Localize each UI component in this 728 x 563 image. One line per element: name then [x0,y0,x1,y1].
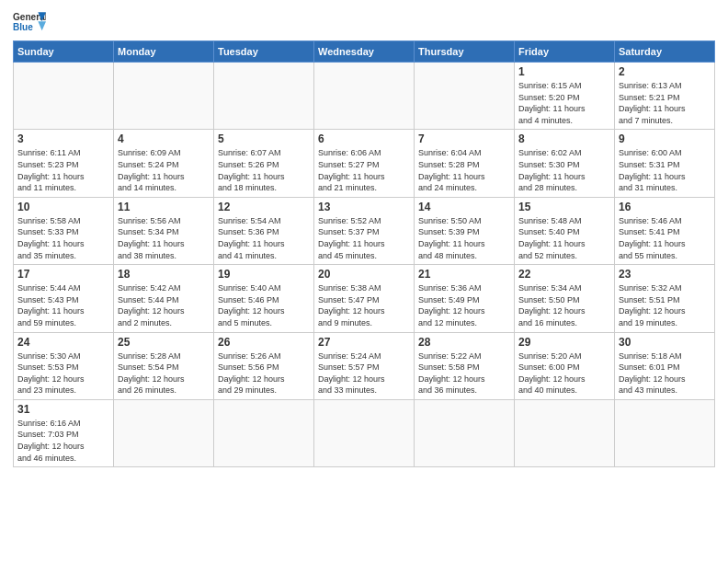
day-info: Sunrise: 5:42 AM Sunset: 5:44 PM Dayligh… [118,282,210,328]
calendar-day-cell: 31Sunrise: 6:16 AM Sunset: 7:03 PM Dayli… [14,399,114,466]
day-of-week-header: Friday [515,41,615,63]
day-info: Sunrise: 5:36 AM Sunset: 5:49 PM Dayligh… [418,282,510,328]
day-info: Sunrise: 5:26 AM Sunset: 5:56 PM Dayligh… [218,350,310,396]
svg-text:Blue: Blue [13,22,33,32]
calendar-day-cell: 29Sunrise: 5:20 AM Sunset: 6:00 PM Dayli… [515,332,615,399]
calendar-day-cell: 5Sunrise: 6:07 AM Sunset: 5:26 PM Daylig… [214,130,314,197]
day-number: 11 [118,201,210,213]
day-number: 18 [118,268,210,281]
day-info: Sunrise: 5:54 AM Sunset: 5:36 PM Dayligh… [218,215,310,261]
day-of-week-header: Sunday [14,41,114,63]
day-info: Sunrise: 5:28 AM Sunset: 5:54 PM Dayligh… [118,350,210,396]
day-number: 31 [17,403,109,416]
day-number: 6 [318,132,410,145]
day-info: Sunrise: 5:50 AM Sunset: 5:39 PM Dayligh… [418,215,510,261]
day-info: Sunrise: 5:40 AM Sunset: 5:46 PM Dayligh… [218,282,310,328]
day-number: 8 [518,132,610,145]
day-info: Sunrise: 6:16 AM Sunset: 7:03 PM Dayligh… [17,418,109,464]
day-number: 22 [518,268,610,281]
calendar-day-cell: 13Sunrise: 5:52 AM Sunset: 5:37 PM Dayli… [314,197,415,264]
logo: General Blue [13,9,46,35]
calendar-day-cell: 18Sunrise: 5:42 AM Sunset: 5:44 PM Dayli… [114,265,214,332]
calendar-day-cell: 7Sunrise: 6:04 AM Sunset: 5:28 PM Daylig… [415,130,515,197]
calendar-week-row: 31Sunrise: 6:16 AM Sunset: 7:03 PM Dayli… [14,399,715,466]
day-info: Sunrise: 5:34 AM Sunset: 5:50 PM Dayligh… [518,282,610,328]
day-info: Sunrise: 5:44 AM Sunset: 5:43 PM Dayligh… [17,282,109,328]
day-info: Sunrise: 5:52 AM Sunset: 5:37 PM Dayligh… [318,215,410,261]
day-number: 25 [118,336,210,349]
calendar-day-cell [314,399,415,466]
day-info: Sunrise: 5:38 AM Sunset: 5:47 PM Dayligh… [318,282,410,328]
day-info: Sunrise: 6:11 AM Sunset: 5:23 PM Dayligh… [17,147,109,193]
calendar-day-cell: 4Sunrise: 6:09 AM Sunset: 5:24 PM Daylig… [114,130,214,197]
day-of-week-header: Saturday [615,41,715,63]
calendar-day-cell: 23Sunrise: 5:32 AM Sunset: 5:51 PM Dayli… [615,265,715,332]
day-number: 13 [318,201,410,213]
day-number: 27 [318,336,410,349]
calendar-day-cell [314,63,415,130]
day-info: Sunrise: 5:48 AM Sunset: 5:40 PM Dayligh… [518,215,610,261]
calendar-day-cell: 6Sunrise: 6:06 AM Sunset: 5:27 PM Daylig… [314,130,415,197]
calendar-day-cell [515,399,615,466]
day-info: Sunrise: 5:56 AM Sunset: 5:34 PM Dayligh… [118,215,210,261]
calendar-day-cell [214,399,314,466]
calendar-day-cell: 3Sunrise: 6:11 AM Sunset: 5:23 PM Daylig… [14,130,114,197]
day-number: 20 [318,268,410,281]
day-info: Sunrise: 5:46 AM Sunset: 5:41 PM Dayligh… [619,215,711,261]
day-info: Sunrise: 5:24 AM Sunset: 5:57 PM Dayligh… [318,350,410,396]
day-of-week-header: Monday [114,41,214,63]
calendar-table: SundayMondayTuesdayWednesdayThursdayFrid… [13,40,715,467]
day-info: Sunrise: 5:22 AM Sunset: 5:58 PM Dayligh… [418,350,510,396]
day-number: 23 [619,268,711,281]
day-number: 26 [218,336,310,349]
day-number: 16 [619,201,711,213]
day-info: Sunrise: 6:06 AM Sunset: 5:27 PM Dayligh… [318,147,410,193]
calendar-day-cell: 19Sunrise: 5:40 AM Sunset: 5:46 PM Dayli… [214,265,314,332]
calendar-page: General Blue SundayMondayTuesdayWednesda… [0,0,728,563]
day-info: Sunrise: 5:20 AM Sunset: 6:00 PM Dayligh… [518,350,610,396]
calendar-day-cell: 28Sunrise: 5:22 AM Sunset: 5:58 PM Dayli… [415,332,515,399]
calendar-day-cell: 25Sunrise: 5:28 AM Sunset: 5:54 PM Dayli… [114,332,214,399]
day-number: 4 [118,132,210,145]
calendar-body: 1Sunrise: 6:15 AM Sunset: 5:20 PM Daylig… [14,63,715,467]
day-info: Sunrise: 6:02 AM Sunset: 5:30 PM Dayligh… [518,147,610,193]
calendar-week-row: 3Sunrise: 6:11 AM Sunset: 5:23 PM Daylig… [14,130,715,197]
day-info: Sunrise: 5:18 AM Sunset: 6:01 PM Dayligh… [619,350,711,396]
day-number: 21 [418,268,510,281]
calendar-day-cell [214,63,314,130]
calendar-day-cell: 14Sunrise: 5:50 AM Sunset: 5:39 PM Dayli… [415,197,515,264]
calendar-day-cell [415,63,515,130]
calendar-day-cell: 22Sunrise: 5:34 AM Sunset: 5:50 PM Dayli… [515,265,615,332]
day-info: Sunrise: 5:30 AM Sunset: 5:53 PM Dayligh… [17,350,109,396]
calendar-day-cell [114,399,214,466]
day-number: 30 [619,336,711,349]
calendar-day-cell: 8Sunrise: 6:02 AM Sunset: 5:30 PM Daylig… [515,130,615,197]
day-number: 28 [418,336,510,349]
day-number: 17 [17,268,109,281]
day-number: 12 [218,201,310,213]
calendar-day-cell [114,63,214,130]
calendar-day-cell: 11Sunrise: 5:56 AM Sunset: 5:34 PM Dayli… [114,197,214,264]
day-number: 10 [17,201,109,213]
svg-marker-3 [38,21,46,30]
day-info: Sunrise: 6:13 AM Sunset: 5:21 PM Dayligh… [619,80,711,126]
day-number: 1 [518,65,610,78]
day-of-week-header: Tuesday [214,41,314,63]
calendar-day-cell: 30Sunrise: 5:18 AM Sunset: 6:01 PM Dayli… [615,332,715,399]
day-number: 2 [619,65,711,78]
calendar-day-cell: 9Sunrise: 6:00 AM Sunset: 5:31 PM Daylig… [615,130,715,197]
day-info: Sunrise: 6:07 AM Sunset: 5:26 PM Dayligh… [218,147,310,193]
calendar-day-cell: 27Sunrise: 5:24 AM Sunset: 5:57 PM Dayli… [314,332,415,399]
day-number: 5 [218,132,310,145]
calendar-day-cell: 26Sunrise: 5:26 AM Sunset: 5:56 PM Dayli… [214,332,314,399]
calendar-week-row: 1Sunrise: 6:15 AM Sunset: 5:20 PM Daylig… [14,63,715,130]
day-number: 24 [17,336,109,349]
header: General Blue [13,9,715,35]
calendar-day-cell [615,399,715,466]
calendar-day-cell: 20Sunrise: 5:38 AM Sunset: 5:47 PM Dayli… [314,265,415,332]
calendar-week-row: 10Sunrise: 5:58 AM Sunset: 5:33 PM Dayli… [14,197,715,264]
calendar-day-cell: 12Sunrise: 5:54 AM Sunset: 5:36 PM Dayli… [214,197,314,264]
day-info: Sunrise: 5:58 AM Sunset: 5:33 PM Dayligh… [17,215,109,261]
calendar-day-cell: 24Sunrise: 5:30 AM Sunset: 5:53 PM Dayli… [14,332,114,399]
calendar-header-row: SundayMondayTuesdayWednesdayThursdayFrid… [14,41,715,63]
